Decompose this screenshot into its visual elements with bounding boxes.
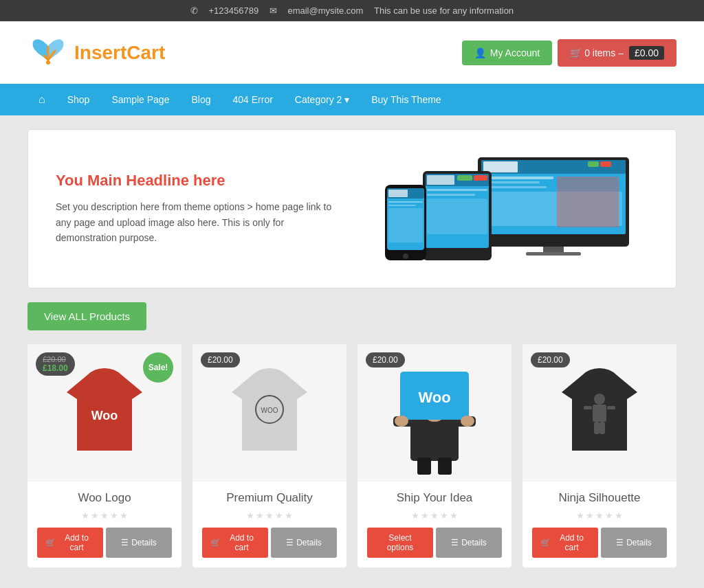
details-button-premium-quality[interactable]: ☰ Details [271, 528, 337, 558]
svg-rect-42 [417, 457, 431, 475]
product-info-ninja-silhouette: Ninja Silhouette ★ ★ ★ ★ ★ 🛒 Add to cart… [522, 482, 676, 567]
svg-rect-21 [427, 194, 475, 196]
cart-icon: 🛒 [570, 47, 582, 58]
add-to-cart-button-ninja-silhouette[interactable]: 🛒 Add to cart [532, 528, 598, 558]
select-options-button-ship-your-idea[interactable]: Select options [367, 528, 433, 558]
nav-home[interactable]: ⌂ [28, 84, 56, 115]
product-info-woo-logo: Woo Logo ★ ★ ★ ★ ★ 🛒 Add to cart ☰ Detai… [28, 482, 182, 567]
nav-blog[interactable]: Blog [180, 84, 221, 115]
my-account-button[interactable]: 👤 My Account [462, 41, 552, 65]
star-4: ★ [440, 510, 448, 521]
add-to-cart-button-premium-quality[interactable]: 🛒 Add to cart [202, 528, 268, 558]
star-4: ★ [110, 510, 118, 521]
add-cart-label: Add to cart [58, 533, 95, 552]
details-button-ship-your-idea[interactable]: ☰ Details [436, 528, 502, 558]
product-stars-premium-quality: ★ ★ ★ ★ ★ [202, 510, 337, 521]
list-icon: ☰ [121, 538, 129, 547]
product-title-ship-your-idea: Ship Your Idea [367, 491, 502, 505]
logo-text: InsertCart [74, 42, 165, 64]
svg-rect-27 [388, 201, 423, 203]
star-3: ★ [265, 510, 274, 521]
price-badge-ship-your-idea: £20.00 [366, 352, 405, 368]
hero-image [362, 150, 648, 267]
details-button-woo-logo[interactable]: ☰ Details [106, 528, 172, 558]
cart-price: £0.00 [629, 46, 664, 60]
details-label: Details [626, 538, 652, 547]
product-image-woo-logo: £20.00 £18.00 Sale! Woo [28, 344, 182, 482]
star-3: ★ [100, 510, 109, 521]
star-1: ★ [246, 510, 254, 521]
list-icon: ☰ [616, 538, 624, 547]
star-2: ★ [91, 510, 99, 521]
svg-rect-5 [588, 161, 599, 167]
header-buttons: 👤 My Account 🛒 0 items – £0.00 [462, 39, 676, 67]
svg-rect-29 [388, 208, 423, 242]
svg-rect-26 [388, 190, 408, 197]
old-price: £20.00 [43, 355, 68, 363]
tshirt-premium-quality: WOO [225, 361, 314, 464]
star-3: ★ [430, 510, 439, 521]
email-address: email@mysite.com [287, 5, 363, 16]
svg-rect-13 [526, 252, 581, 256]
star-2: ★ [586, 510, 594, 521]
nav-category-2[interactable]: Category 2 ▾ [284, 84, 360, 115]
star-3: ★ [595, 510, 604, 521]
cart-button[interactable]: 🛒 0 items – £0.00 [558, 39, 676, 67]
tshirt-ninja-silhouette [555, 361, 644, 464]
cart-label: 0 items – [584, 47, 624, 58]
price: £20.00 [373, 355, 398, 365]
view-all-products-button[interactable]: View ALL Products [28, 302, 146, 330]
product-actions-ship-your-idea: Select options ☰ Details [367, 528, 502, 558]
tshirt-woo-logo: Woo [60, 361, 149, 464]
nav-buy-theme[interactable]: Buy This Theme [360, 84, 452, 115]
star-4: ★ [275, 510, 283, 521]
svg-rect-46 [584, 406, 592, 409]
star-2: ★ [256, 510, 264, 521]
product-stars-ninja-silhouette: ★ ★ ★ ★ ★ [532, 510, 667, 521]
svg-rect-6 [600, 161, 611, 167]
logo[interactable]: InsertCart [28, 34, 165, 71]
price-badge-premium-quality: £20.00 [201, 352, 240, 368]
hero-text: You Main Headline here Set you descripti… [56, 172, 342, 245]
nav-sample-page[interactable]: Sample Page [100, 84, 180, 115]
svg-rect-43 [438, 457, 452, 475]
product-title-ninja-silhouette: Ninja Silhouette [532, 491, 667, 505]
main-nav: ⌂ Shop Sample Page Blog 404 Error Catego… [0, 84, 704, 115]
nav-shop[interactable]: Shop [56, 84, 101, 115]
logo-icon [28, 34, 69, 71]
svg-rect-4 [483, 161, 518, 172]
star-5: ★ [285, 510, 293, 521]
phone-number: +123456789 [209, 5, 259, 16]
hero-headline: You Main Headline here [56, 172, 342, 190]
product-image-ship-your-idea: £20.00 Woo [358, 344, 512, 482]
product-title-premium-quality: Premium Quality [202, 491, 337, 505]
cart-icon: 🛒 [45, 538, 56, 547]
add-cart-label: Add to cart [553, 533, 590, 552]
nav-404-error[interactable]: 404 Error [221, 84, 283, 115]
svg-point-44 [594, 394, 605, 405]
add-to-cart-button-woo-logo[interactable]: 🛒 Add to cart [37, 528, 103, 558]
product-actions-premium-quality: 🛒 Add to cart ☰ Details [202, 528, 337, 558]
product-card-ninja-silhouette: £20.00 Ninja Silhouette ★ ★ [522, 344, 676, 567]
details-button-ninja-silhouette[interactable]: ☰ Details [601, 528, 667, 558]
svg-rect-47 [607, 406, 615, 409]
topbar-info: This can be use for any information [374, 5, 514, 16]
product-card-premium-quality: £20.00 WOO Premium Quality ★ ★ ★ ★ ★ [192, 344, 346, 567]
product-actions-woo-logo: 🛒 Add to cart ☰ Details [37, 528, 172, 558]
add-cart-label: Add to cart [223, 533, 260, 552]
svg-rect-49 [600, 422, 605, 434]
svg-text:WOO: WOO [261, 407, 278, 414]
list-icon: ☰ [451, 538, 459, 547]
product-image-premium-quality: £20.00 WOO [192, 344, 346, 482]
svg-rect-18 [457, 175, 472, 181]
product-info-premium-quality: Premium Quality ★ ★ ★ ★ ★ 🛒 Add to cart … [192, 482, 346, 567]
svg-rect-8 [485, 181, 540, 183]
list-icon: ☰ [286, 538, 294, 547]
price: £20.00 [208, 355, 233, 365]
details-label: Details [296, 538, 322, 547]
email-icon: ✉ [270, 5, 277, 16]
svg-rect-17 [427, 175, 454, 185]
account-label: My Account [490, 47, 540, 58]
star-5: ★ [120, 510, 128, 521]
svg-rect-34 [410, 420, 459, 461]
